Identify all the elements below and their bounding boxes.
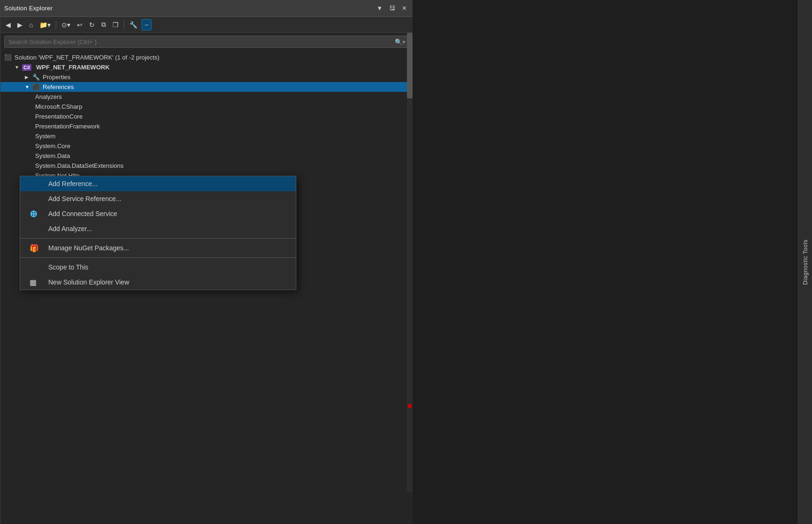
menu-item-label: Add Analyzer... — [48, 225, 92, 232]
references-node[interactable]: ▼ ⬛ References — [0, 82, 413, 92]
references-label: References — [43, 83, 74, 90]
item-label: System.Core — [35, 142, 70, 150]
wrench-button[interactable]: 🔧 — [127, 20, 140, 30]
context-menu: Add Reference... Add Service Reference..… — [20, 176, 296, 290]
references-expand-arrow[interactable]: ▼ — [25, 84, 30, 90]
properties-icon: 🔧 — [32, 74, 40, 81]
folder-button[interactable]: 📁▾ — [37, 20, 53, 30]
scrollbar-thumb[interactable] — [407, 33, 413, 98]
item-label: Microsoft.CSharp — [35, 103, 82, 110]
back-button[interactable]: ◀ — [3, 20, 13, 30]
copy-button[interactable]: ⧉ — [99, 19, 108, 30]
solution-label: Solution 'WPF_NET_FRAMEWORK' (1 of -2 pr… — [15, 54, 159, 61]
project-expand-arrow[interactable]: ▼ — [15, 65, 20, 70]
project-node[interactable]: ▼ C# WPF_NET_FRAMEWORK — [0, 62, 413, 72]
menu-item-label: Manage NuGet Packages... — [48, 244, 129, 252]
solution-explorer-toolbar: ◀ ▶ ⌂ 📁▾ ⊙▾ ↩ ↻ ⧉ ❐ 🔧 − — [0, 17, 413, 33]
nuget-icon: 🎁 — [30, 244, 39, 253]
minus-button[interactable]: − — [142, 19, 151, 30]
csharp-icon: C# — [22, 64, 31, 71]
search-input[interactable] — [5, 38, 392, 45]
context-menu-separator-1 — [20, 238, 296, 239]
menu-item-label: Add Service Reference... — [48, 195, 121, 202]
paste-button[interactable]: ❐ — [110, 20, 121, 30]
history-button[interactable]: ⊙▾ — [59, 20, 73, 30]
new-view-icon: ▦ — [30, 278, 37, 287]
diagnostic-tools-panel[interactable]: Diagnostic Tools — [798, 0, 812, 524]
properties-node[interactable]: ▶ 🔧 Properties — [0, 72, 413, 82]
scrollbar-marker — [408, 404, 412, 408]
menu-item-scope-to-this[interactable]: Scope to This — [20, 260, 296, 275]
tree-item-presentationcore[interactable]: PresentationCore — [0, 112, 413, 121]
menu-item-add-connected-service[interactable]: ⊕ Add Connected Service — [20, 206, 296, 221]
menu-item-add-service-reference[interactable]: Add Service Reference... — [20, 191, 296, 206]
toolbar-separator-1 — [56, 21, 56, 29]
item-label: PresentationCore — [35, 113, 83, 120]
menu-item-new-solution-explorer-view[interactable]: ▦ New Solution Explorer View — [20, 275, 296, 290]
item-label: System.Data.DataSetExtensions — [35, 162, 124, 169]
refresh-button[interactable]: ↻ — [87, 20, 97, 30]
menu-item-label: New Solution Explorer View — [48, 278, 129, 286]
item-label: PresentationFramework — [35, 123, 100, 130]
search-icon: 🔍▾ — [392, 38, 408, 45]
tree-item-systemdata[interactable]: System.Data — [0, 151, 413, 161]
properties-expand-arrow[interactable]: ▶ — [25, 75, 30, 80]
tree-item-presentationframework[interactable]: PresentationFramework — [0, 121, 413, 131]
menu-item-label: Add Connected Service — [48, 210, 117, 217]
tree-item-systemdataext[interactable]: System.Data.DataSetExtensions — [0, 161, 413, 171]
item-label: System.Data — [35, 152, 70, 159]
item-label: System — [35, 133, 55, 140]
tree-item-systemcore[interactable]: System.Core — [0, 141, 413, 151]
solution-explorer-titlebar: Solution Explorer ▼ 🖫 ✕ — [0, 0, 413, 17]
tree-item-microsoftcsharp[interactable]: Microsoft.CSharp — [0, 102, 413, 112]
references-icon: ⬛ — [32, 83, 40, 90]
undo-button[interactable]: ↩ — [75, 20, 85, 30]
tree-item-system[interactable]: System — [0, 131, 413, 141]
diagnostic-tools-label: Diagnostic Tools — [802, 240, 809, 285]
title-icons: ▼ 🖫 ✕ — [375, 4, 409, 13]
menu-item-add-analyzer[interactable]: Add Analyzer... — [20, 221, 296, 236]
menu-item-add-reference[interactable]: Add Reference... — [20, 176, 296, 191]
solution-icon: ⬛ — [4, 54, 12, 61]
forward-button[interactable]: ▶ — [15, 20, 25, 30]
toolbar-separator-2 — [124, 21, 124, 29]
properties-label: Properties — [43, 74, 70, 81]
tree-item-analyzers[interactable]: Analyzers — [0, 92, 413, 102]
connected-service-icon: ⊕ — [30, 208, 38, 219]
context-menu-separator-2 — [20, 257, 296, 258]
close-title-icon[interactable]: ✕ — [400, 4, 409, 13]
menu-item-label: Scope to This — [48, 263, 88, 271]
solution-node[interactable]: ⬛ Solution 'WPF_NET_FRAMEWORK' (1 of -2 … — [0, 52, 413, 62]
menu-item-label: Add Reference... — [48, 180, 98, 187]
home-button[interactable]: ⌂ — [27, 20, 35, 30]
pin-title-icon[interactable]: 🖫 — [387, 4, 397, 13]
project-label: WPF_NET_FRAMEWORK — [36, 64, 110, 71]
menu-item-manage-nuget[interactable]: 🎁 Manage NuGet Packages... — [20, 240, 296, 255]
dropdown-title-icon[interactable]: ▼ — [375, 4, 384, 13]
scrollbar-track[interactable] — [407, 33, 413, 492]
solution-explorer-title: Solution Explorer — [4, 5, 53, 12]
item-label: Analyzers — [35, 93, 62, 100]
search-box[interactable]: 🔍▾ — [4, 36, 409, 48]
